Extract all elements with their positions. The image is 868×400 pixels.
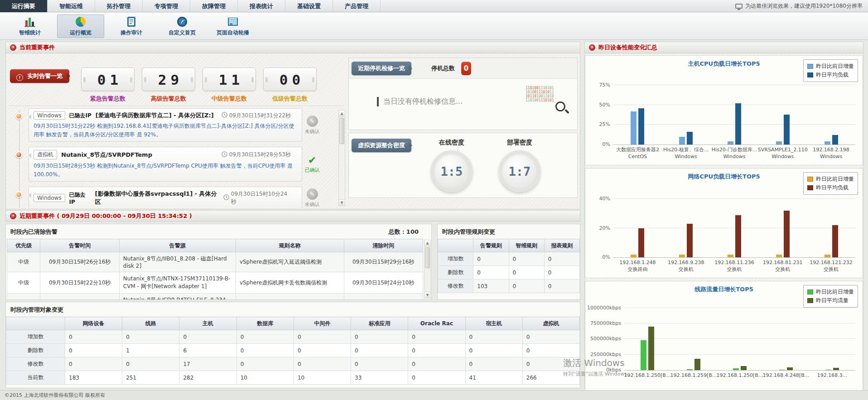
alarm-counter-1: 29 <box>142 67 195 91</box>
cell[interactable]: 1 <box>122 344 179 357</box>
cell[interactable]: 103 <box>473 280 509 293</box>
gauge-circle: 1:5 <box>431 150 473 192</box>
alert-title: Nutanix_8节点/SVRPDFTemp <box>61 151 152 159</box>
cell: 0 <box>65 330 122 344</box>
object-changes-grid: 网络设备线路主机数据库中间件标准应用Oracle Rac宿主机虚拟机增加数000… <box>6 317 580 385</box>
bar <box>679 255 685 257</box>
cell[interactable]: 6 <box>179 344 236 357</box>
y-axis-tick-label: 250000kbps <box>590 352 621 357</box>
nav-tab-故障管理[interactable]: 故障管理 <box>190 0 238 12</box>
pencil-icon: ✎ <box>307 188 318 200</box>
toolbar-item-label: 页面自动轮播 <box>217 29 249 37</box>
cell: 09月30日15时22分40秒 <box>344 294 423 300</box>
scrollbar-thumb[interactable] <box>339 118 344 144</box>
nav-tab-基础设置[interactable]: 基础设置 <box>285 0 333 12</box>
toolbar-item-操作审计[interactable]: 操作审计 <box>108 14 155 38</box>
counter-label: 低级告警总数 <box>263 95 317 103</box>
status-text: 已确认 <box>305 167 320 173</box>
confirm-status[interactable]: ✔已确认 <box>302 147 322 182</box>
online-density-value: 1:5 <box>441 164 463 178</box>
nav-tab-报表统计[interactable]: 报表统计 <box>238 0 285 12</box>
scroll-up-icon[interactable]: ▲ <box>424 240 430 246</box>
alert-card[interactable]: Windows已隐去IP[影像数据中心服务器svrpacssql1] - 具体分… <box>29 187 302 208</box>
column-header-empty <box>438 239 473 252</box>
cell: 0 <box>179 330 236 344</box>
magnifier-icon <box>555 101 565 111</box>
legend-swatch <box>807 289 813 294</box>
counter-value: 01 <box>82 68 134 92</box>
row-label: 修改数 <box>438 280 473 293</box>
status-text: 未确认 <box>305 128 320 135</box>
object-changes-title: 时段内管理对象变更 <box>6 302 580 317</box>
toolbar-item-运行概览[interactable]: 运行概览 <box>57 14 104 38</box>
alert-time: 09月30日15时28分53秒 <box>222 151 297 159</box>
bar <box>638 228 644 257</box>
category-label: 192.168.3... <box>801 372 863 379</box>
column-header-empty <box>6 317 65 330</box>
column-header-告警源: 告警源 <box>119 239 236 252</box>
cell: 0 <box>408 344 465 357</box>
realtime-alarm-ribbon[interactable]: ! 实时告警一览 <box>10 69 69 83</box>
toolbar-item-智维统计[interactable]: 智维统计 <box>6 14 53 38</box>
downtime-ribbon[interactable]: 近期停机检修一览 <box>352 62 411 75</box>
bar-group-4: 192.168.2.198Windows <box>807 77 855 145</box>
alert-timestamp: 09月30日15时31分22秒 <box>229 112 291 120</box>
density-ribbon[interactable]: 虚拟资源整合密度 <box>352 139 411 152</box>
bar-group-0: 大数据应用服务器2CentOS <box>613 77 662 145</box>
cell: 0 <box>522 357 579 371</box>
unconfirm-button[interactable]: ✎未确认 <box>302 108 322 142</box>
cell: 0 <box>351 330 408 344</box>
scroll-up-icon[interactable]: ▲ <box>339 111 345 117</box>
nav-tab-专项管理[interactable]: 专项管理 <box>143 0 190 12</box>
bar <box>787 367 793 370</box>
cell: 0 <box>473 252 509 266</box>
rule-changes-panel: 时段内管理规则变更 告警规则智维规则报表规则增加数000删除数000修改数103… <box>437 224 580 300</box>
bar-group-1: 192.168.1.259[B... <box>670 303 717 370</box>
alert-body: 09月30日15时31分22秒 检测到192.168.8.41[爱迪电子病历数据… <box>34 122 297 139</box>
cell: 0 <box>522 330 579 344</box>
cell[interactable]: 17 <box>179 357 236 371</box>
alert-card[interactable]: 虚拟机Nutanix_8节点/SVRPDFTemp09月30日15时28分53秒… <box>29 147 302 182</box>
cell: 0 <box>236 330 294 344</box>
table-row: 修改数0017000000 <box>6 357 580 371</box>
cleared-scrollbar[interactable]: ▲ ▼ <box>424 240 431 299</box>
column-header-Oracle Rac: Oracle Rac <box>408 317 465 330</box>
cell: 0 <box>65 344 122 357</box>
performance-panel: ✶ 昨日设备性能变化汇总 主机CPU负载日增长TOP5昨日比前日增量昨日平均负载… <box>584 42 863 389</box>
bar <box>741 366 747 370</box>
bar-group-3: 192.168.81.231交换机 <box>758 190 807 257</box>
row-label: 删除数 <box>6 344 65 357</box>
object-changes-table: 网络设备线路主机数据库中间件标准应用Oracle Rac宿主机虚拟机增加数000… <box>6 317 580 385</box>
alert-card[interactable]: Windows已隐去IP[爱迪电子病历数据库节点二] - 具体分区[Z:]09月… <box>29 108 302 142</box>
alert-scrollbar[interactable]: ▲ ▼ <box>338 110 345 206</box>
column-header-报表规则: 报表规则 <box>544 239 579 252</box>
legend-swatch <box>807 72 813 77</box>
column-header-清除时间: 清除时间 <box>344 239 423 252</box>
pie-overview-icon <box>75 16 87 28</box>
cell: 0 <box>236 357 294 371</box>
bar <box>641 340 646 370</box>
unconfirm-button[interactable]: ✎未确认 <box>302 187 322 208</box>
toolbar-item-自定义首页[interactable]: 自定义首页 <box>159 14 206 38</box>
legend-label: 昨日比前日增量 <box>816 63 854 70</box>
bar <box>728 141 733 145</box>
y-axis-tick-label: 50% <box>599 102 610 108</box>
scrollbar-thumb[interactable] <box>425 247 430 268</box>
legend-label: 昨日平均流量 <box>816 297 849 304</box>
toolbar-item-页面自动轮播[interactable]: 页面自动轮播 <box>209 14 256 38</box>
legend-label: 昨日平均负载 <box>816 184 849 192</box>
cell: 10 <box>294 371 351 385</box>
table-row: 删除数000 <box>438 266 580 280</box>
scroll-down-icon[interactable]: ▼ <box>424 292 430 298</box>
toolbar-item-label: 自定义首页 <box>169 29 196 37</box>
object-changes-panel: 时段内管理对象变更 网络设备线路主机数据库中间件标准应用Oracle Rac宿主… <box>5 302 580 388</box>
scroll-down-icon[interactable]: ▼ <box>339 199 345 206</box>
nav-tab-智能运维[interactable]: 智能运维 <box>48 0 95 12</box>
bar-group-2: His20-门诊数据库...Windows <box>710 77 759 145</box>
cell: 0 <box>509 280 544 293</box>
cell: 0 <box>236 344 294 357</box>
cell: 0 <box>122 357 179 371</box>
nav-tab-拓扑管理[interactable]: 拓扑管理 <box>95 0 143 12</box>
nav-tab-运行摘要[interactable]: 运行摘要 <box>0 0 48 12</box>
nav-tab-产品管理[interactable]: 产品管理 <box>333 0 381 12</box>
